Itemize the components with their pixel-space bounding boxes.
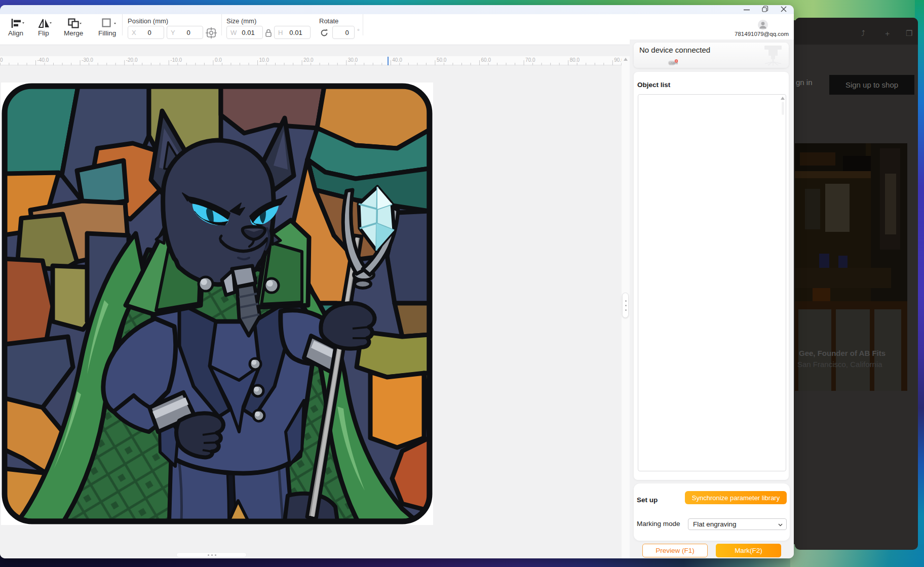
svg-text:90.0: 90.0 xyxy=(614,57,622,63)
svg-text:80.0: 80.0 xyxy=(570,57,580,63)
svg-text:50.0: 50.0 xyxy=(437,57,447,63)
svg-text:20.0: 20.0 xyxy=(303,57,314,63)
svg-text:-30.0: -30.0 xyxy=(82,57,93,63)
svg-text:0: 0 xyxy=(0,57,3,63)
svg-text:USB: USB xyxy=(669,62,675,65)
svg-text:-40.0: -40.0 xyxy=(37,57,49,63)
svg-text:60.0: 60.0 xyxy=(481,57,491,63)
svg-text:-10.0: -10.0 xyxy=(170,57,182,63)
svg-text:-20.0: -20.0 xyxy=(126,57,138,63)
svg-text:0.0: 0.0 xyxy=(215,57,222,63)
svg-text:30.0: 30.0 xyxy=(348,57,358,63)
svg-text:70.0: 70.0 xyxy=(525,57,535,63)
svg-text:10.0: 10.0 xyxy=(259,57,270,63)
svg-text:40.0: 40.0 xyxy=(392,57,402,63)
